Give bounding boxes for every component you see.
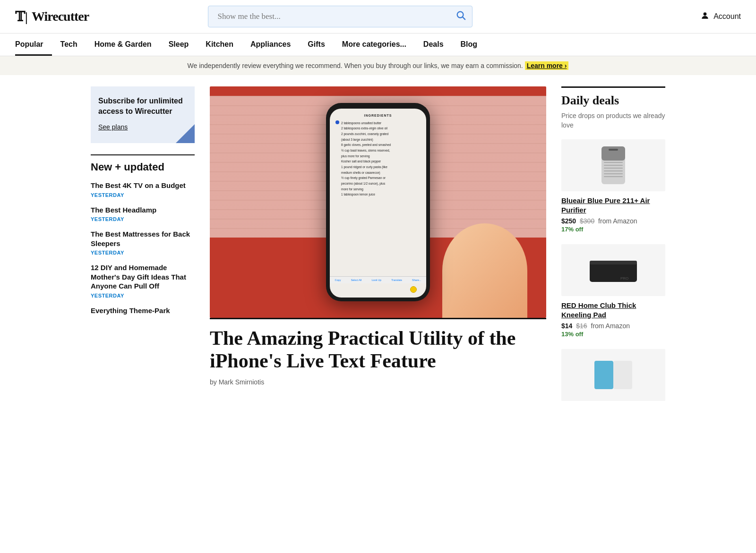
hand-illustration	[442, 223, 527, 318]
search-input[interactable]	[208, 6, 472, 27]
list-item: 12 DIY and Homemade Mother's Day Gift Id…	[91, 263, 195, 298]
deal-discount-kneeling-pad: 13% off	[561, 331, 665, 338]
logo-area[interactable]: 𝕋| Wirecutter	[15, 9, 89, 25]
left-sidebar: Subscribe for unlimited access to Wirecu…	[91, 86, 195, 412]
learn-more-link[interactable]: Learn more ›	[525, 61, 569, 70]
svg-rect-13	[590, 261, 637, 264]
account-area[interactable]: Account	[700, 11, 741, 23]
svg-rect-11	[604, 176, 623, 177]
svg-rect-6	[604, 162, 623, 163]
svg-rect-10	[604, 173, 623, 174]
deal-price-new: $14	[561, 322, 572, 330]
deal-source: from Amazon	[591, 322, 630, 330]
yellow-circle	[410, 286, 417, 293]
search-icon	[455, 10, 466, 20]
deal-source: from Amazon	[598, 217, 637, 225]
subscribe-title: Subscribe for unlimited access to Wirecu…	[98, 96, 187, 117]
svg-rect-8	[604, 168, 623, 169]
phone-mockup: INGREDIENTS 2 tablespoons unsalted butte…	[326, 103, 430, 301]
nav-item-more[interactable]: More categories...	[334, 34, 415, 56]
phone-dot-1	[335, 120, 339, 124]
nav-item-home-garden[interactable]: Home & Garden	[86, 34, 160, 56]
hero-image: INGREDIENTS 2 tablespoons unsalted butte…	[210, 86, 546, 318]
main-layout: Subscribe for unlimited access to Wirecu…	[76, 75, 680, 424]
article-title[interactable]: The Best Headlamp	[91, 205, 195, 215]
deal-image-third	[561, 349, 665, 401]
article-timestamp: YESTERDAY	[91, 192, 195, 198]
deal-image-air-purifier	[561, 139, 665, 191]
article-timestamp: YESTERDAY	[91, 216, 195, 222]
svg-rect-4	[601, 146, 625, 161]
right-sidebar: Daily deals Price drops on products we a…	[561, 86, 665, 412]
subscribe-box: Subscribe for unlimited access to Wirecu…	[91, 86, 195, 143]
article-title[interactable]: The Best Mattresses for Back Sleepers	[91, 230, 195, 248]
list-item: The Best 4K TV on a Budget YESTERDAY	[91, 181, 195, 198]
deal-item-kneeling-pad: PRO RED Home Club Thick Kneeling Pad $14…	[561, 244, 665, 338]
account-icon	[700, 11, 710, 23]
search-button[interactable]	[455, 10, 466, 23]
phone-context-menu: Copy Select All Look Up Translate Share.…	[330, 276, 426, 283]
article-timestamp: YESTERDAY	[91, 293, 195, 298]
svg-line-1	[463, 17, 465, 19]
disclosure-banner: We independently review everything we re…	[0, 56, 756, 75]
nav-item-popular[interactable]: Popular	[15, 34, 52, 56]
nav-item-appliances[interactable]: Appliances	[242, 34, 299, 56]
nav-item-kitchen[interactable]: Kitchen	[197, 34, 242, 56]
new-updated-title: New + updated	[91, 161, 195, 173]
daily-deals-subtitle: Price drops on products we already love	[561, 111, 665, 130]
deal-price-air-purifier: $250 $300 from Amazon	[561, 217, 665, 225]
search-bar	[208, 6, 472, 27]
svg-point-2	[704, 12, 707, 16]
ctx-translate: Translate	[391, 279, 402, 281]
deal-price-old: $16	[576, 322, 587, 330]
ingredients-title: INGREDIENTS	[335, 113, 421, 119]
ctx-look-up: Look Up	[371, 279, 381, 281]
deal-image-kneeling-pad: PRO	[561, 244, 665, 296]
nyt-icon: 𝕋|	[15, 9, 28, 25]
deal-price-old: $300	[580, 217, 594, 225]
phone-recipe-lines: 2 tablespoons unsalted butter 2 tablespo…	[335, 120, 421, 198]
center-content: INGREDIENTS 2 tablespoons unsalted butte…	[210, 86, 546, 412]
disclosure-text: We independently review everything we re…	[188, 62, 523, 69]
article-title[interactable]: 12 DIY and Homemade Mother's Day Gift Id…	[91, 263, 195, 291]
ctx-select-all: Select All	[351, 279, 362, 281]
nav-item-blog[interactable]: Blog	[452, 34, 486, 56]
article-title-area: The Amazing Practical Utility of the iPh…	[210, 318, 546, 386]
nav-item-gifts[interactable]: Gifts	[299, 34, 333, 56]
deal-price-kneeling-pad: $14 $16 from Amazon	[561, 322, 665, 330]
deal-discount-air-purifier: 17% off	[561, 226, 665, 233]
svg-text:PRO: PRO	[620, 276, 628, 281]
article-title[interactable]: The Best 4K TV on a Budget	[91, 181, 195, 190]
list-item: Everything Theme-Park	[91, 306, 195, 315]
svg-rect-7	[604, 165, 623, 166]
nav-item-deals[interactable]: Deals	[415, 34, 452, 56]
svg-rect-16	[613, 361, 632, 389]
subscribe-triangle	[176, 124, 195, 143]
account-label: Account	[713, 12, 741, 21]
phone-content: INGREDIENTS 2 tablespoons unsalted butte…	[330, 109, 426, 202]
deal-item-air-purifier: Blueair Blue Pure 211+ Air Purifier $250…	[561, 139, 665, 233]
third-deal-svg	[592, 358, 635, 391]
svg-rect-9	[604, 170, 623, 171]
nav-item-sleep[interactable]: Sleep	[160, 34, 198, 56]
logo-text: Wirecutter	[32, 9, 89, 24]
article-byline: by Mark Smirniotis	[210, 378, 546, 386]
user-icon	[700, 11, 710, 20]
deal-price-new: $250	[561, 217, 576, 225]
list-item: The Best Mattresses for Back Sleepers YE…	[91, 230, 195, 255]
kneeling-pad-svg: PRO	[587, 254, 639, 287]
phone-screen: INGREDIENTS 2 tablespoons unsalted butte…	[330, 109, 426, 298]
article-timestamp: YESTERDAY	[91, 250, 195, 255]
main-nav: Popular Tech Home & Garden Sleep Kitchen…	[0, 34, 756, 56]
section-divider	[91, 154, 195, 155]
article-title[interactable]: Everything Theme-Park	[91, 306, 195, 315]
deal-title-kneeling-pad[interactable]: RED Home Club Thick Kneeling Pad	[561, 301, 665, 319]
see-plans-link[interactable]: See plans	[98, 123, 128, 131]
daily-deals-title: Daily deals	[561, 86, 665, 108]
deal-item-third	[561, 349, 665, 401]
nav-item-tech[interactable]: Tech	[52, 34, 86, 56]
header: 𝕋| Wirecutter Account	[0, 0, 756, 34]
deal-title-air-purifier[interactable]: Blueair Blue Pure 211+ Air Purifier	[561, 196, 665, 214]
svg-rect-5	[609, 149, 618, 151]
article-main-title[interactable]: The Amazing Practical Utility of the iPh…	[210, 327, 546, 373]
